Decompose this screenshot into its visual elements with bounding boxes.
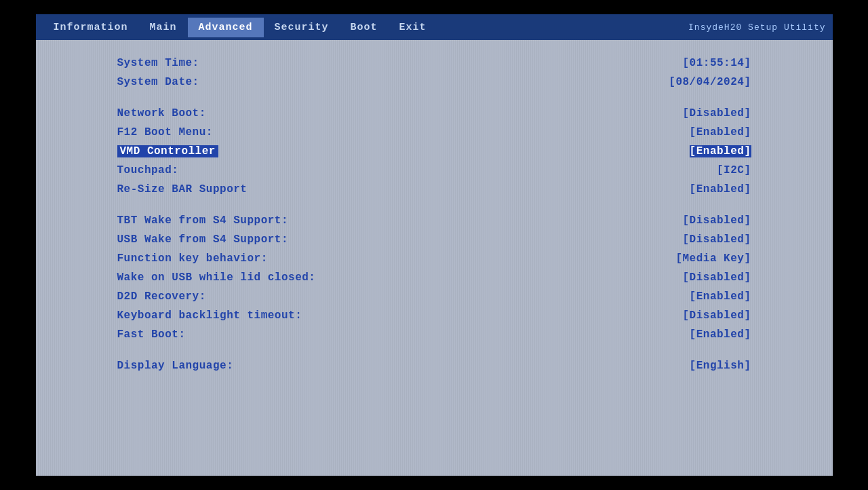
table-row: System Time: [01:55:14] — [117, 54, 751, 73]
table-row: D2D Recovery: [Enabled] — [117, 287, 751, 306]
wake-usb-lid-label: Wake on USB while lid closed: — [117, 271, 316, 284]
table-row: Network Boot: [Disabled] — [117, 104, 751, 123]
table-row: Function key behavior: [Media Key] — [117, 249, 751, 268]
menu-item-boot[interactable]: Boot — [340, 18, 389, 37]
rebar-value: [Enabled] — [690, 183, 751, 195]
vmd-controller-value: [Enabled] — [690, 145, 751, 157]
rebar-label: Re-Size BAR Support — [117, 183, 248, 195]
table-row: Wake on USB while lid closed: [Disabled] — [117, 268, 751, 287]
table-row: F12 Boot Menu: [Enabled] — [117, 123, 751, 142]
network-boot-value: [Disabled] — [682, 107, 751, 119]
usb-wake-value: [Disabled] — [682, 233, 751, 246]
f12-boot-label: F12 Boot Menu: — [117, 126, 213, 138]
content-area: System Time: [01:55:14] System Date: [08… — [36, 40, 833, 389]
menu-item-advanced[interactable]: Advanced — [188, 18, 264, 37]
menu-item-information[interactable]: Information — [43, 18, 139, 37]
table-row: TBT Wake from S4 Support: [Disabled] — [117, 211, 751, 230]
network-boot-label: Network Boot: — [117, 107, 206, 119]
menu-bar: Information Main Advanced Security Boot … — [36, 14, 833, 40]
bios-container: Information Main Advanced Security Boot … — [36, 14, 833, 476]
display-language-value: [English] — [690, 360, 751, 372]
system-time-value: [01:55:14] — [682, 57, 751, 69]
table-row: Touchpad: [I2C] — [117, 161, 751, 180]
display-language-label: Display Language: — [117, 360, 234, 372]
table-row[interactable]: VMD Controller [Enabled] — [117, 142, 751, 161]
system-time-label: System Time: — [117, 57, 199, 69]
d2d-recovery-label: D2D Recovery: — [117, 290, 206, 303]
spacer-row — [117, 92, 751, 104]
touchpad-label: Touchpad: — [117, 164, 179, 176]
tbt-wake-label: TBT Wake from S4 Support: — [117, 214, 289, 227]
usb-wake-label: USB Wake from S4 Support: — [117, 233, 289, 246]
table-row: System Date: [08/04/2024] — [117, 73, 751, 92]
f12-boot-value: [Enabled] — [690, 126, 751, 138]
table-row: Re-Size BAR Support [Enabled] — [117, 180, 751, 199]
kb-backlight-value: [Disabled] — [682, 309, 751, 322]
bios-title: InsydeH20 Setup Utility — [688, 14, 825, 40]
fast-boot-value: [Enabled] — [690, 328, 751, 341]
spacer-row — [117, 344, 751, 356]
function-key-value: [Media Key] — [675, 252, 751, 265]
d2d-recovery-value: [Enabled] — [690, 290, 751, 303]
system-date-label: System Date: — [117, 76, 199, 88]
tbt-wake-value: [Disabled] — [682, 214, 751, 227]
vmd-controller-label: VMD Controller — [117, 145, 218, 157]
wake-usb-lid-value: [Disabled] — [682, 271, 751, 284]
menu-item-main[interactable]: Main — [139, 18, 188, 37]
fast-boot-label: Fast Boot: — [117, 328, 186, 341]
table-row: Fast Boot: [Enabled] — [117, 325, 751, 344]
spacer-row — [117, 199, 751, 211]
touchpad-value: [I2C] — [717, 164, 751, 176]
table-row: USB Wake from S4 Support: [Disabled] — [117, 230, 751, 249]
table-row: Display Language: [English] — [117, 356, 751, 375]
system-date-value: [08/04/2024] — [669, 76, 751, 88]
menu-item-exit[interactable]: Exit — [389, 18, 437, 37]
kb-backlight-label: Keyboard backlight timeout: — [117, 309, 302, 322]
function-key-label: Function key behavior: — [117, 252, 268, 265]
menu-item-security[interactable]: Security — [264, 18, 340, 37]
table-row: Keyboard backlight timeout: [Disabled] — [117, 306, 751, 325]
